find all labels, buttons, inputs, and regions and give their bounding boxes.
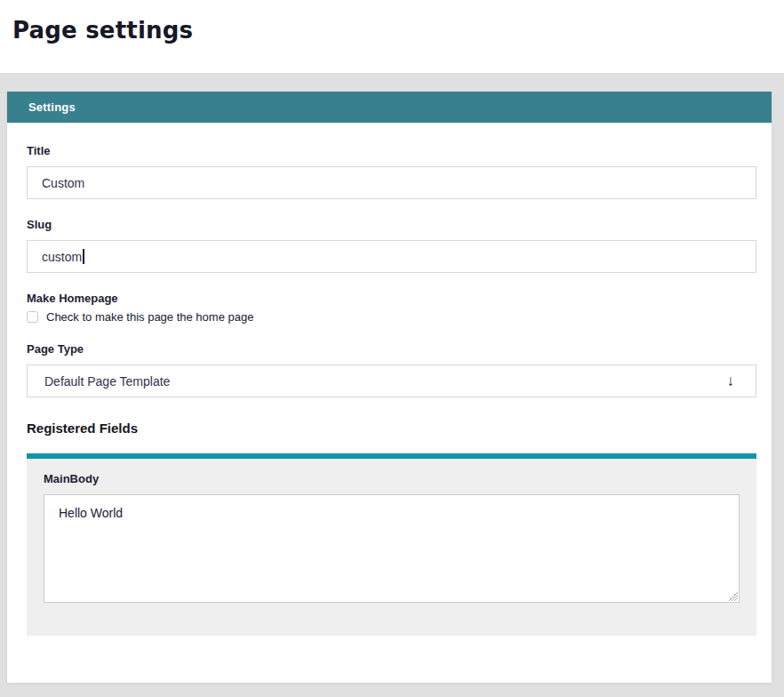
title-input[interactable] [27,166,756,199]
slug-input-value: custom [42,250,82,264]
registered-fields-heading: Registered Fields [27,421,756,436]
dropdown-arrow-icon: ↓ [727,373,735,389]
settings-card-header: Settings [7,92,772,123]
page-type-field: Page Type Default Page Template ↓ [27,342,756,397]
registered-fields-panel: MainBody Hello World [27,459,756,636]
homepage-checkbox[interactable] [27,311,38,323]
homepage-field: Make Homepage Check to make this page th… [27,292,756,324]
mainbody-label: MainBody [44,472,740,485]
text-caret [83,249,84,264]
slug-input[interactable]: custom [27,240,756,273]
mainbody-textarea-wrap: Hello World [44,494,740,603]
page-type-label: Page Type [27,342,756,356]
page-title: Page settings [12,12,784,48]
workspace: Settings Title Slug custom Make Homepage [0,73,784,697]
page-type-select-value: Default Page Template [44,374,170,389]
mainbody-textarea[interactable]: Hello World [44,494,740,603]
settings-card-body: Title Slug custom Make Homepage Check to… [7,123,772,636]
title-field: Title [27,144,756,199]
slug-label: Slug [27,218,756,231]
homepage-label: Make Homepage [27,292,756,305]
homepage-checkbox-label: Check to make this page the home page [46,310,253,324]
settings-card: Settings Title Slug custom Make Homepage [7,92,772,683]
page-header: Page settings [0,0,784,73]
page-type-select[interactable]: Default Page Template ↓ [27,365,756,397]
homepage-checkbox-row: Check to make this page the home page [27,310,756,324]
title-label: Title [27,144,756,157]
settings-card-header-title: Settings [28,100,76,114]
slug-field: Slug custom [27,218,756,273]
